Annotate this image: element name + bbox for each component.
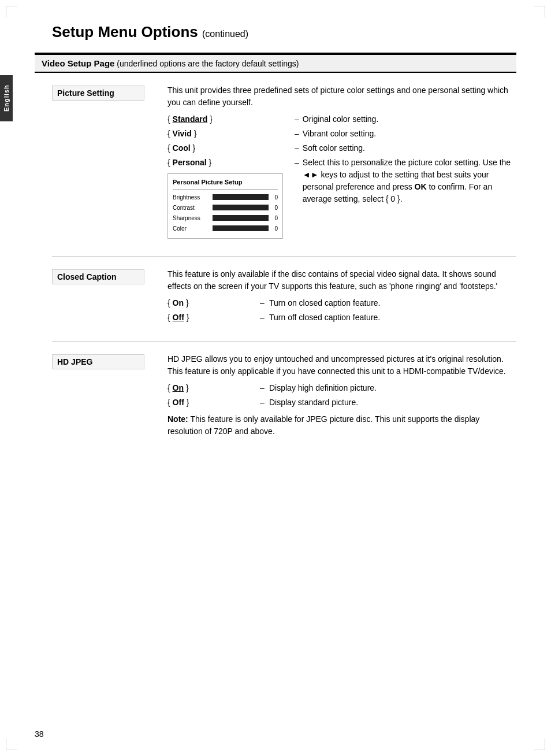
hd-jpeg-desc: HD JPEG allows you to enjoy untouched an…	[167, 353, 516, 377]
picture-option-1: { Vivid }	[167, 128, 283, 140]
picture-opt2-key: Cool	[173, 143, 191, 153]
hd-opt1-value: Display standard picture.	[269, 396, 516, 409]
closed-caption-label-col: Closed Caption	[52, 268, 156, 324]
hd-opt0-dash: –	[260, 382, 269, 394]
picture-opt3-row: – Select this to personalize the picture…	[295, 157, 516, 205]
picture-opt2-value: Soft color setting.	[303, 142, 365, 154]
picture-opt1-key: Vivid	[173, 129, 192, 138]
personal-picture-setup-box: Personal Picture Setup Brightness 0 Cont…	[167, 173, 283, 239]
brightness-label: Brightness	[173, 193, 210, 202]
picture-opt0-key: Standard	[173, 114, 208, 124]
setup-row-brightness: Brightness 0	[173, 193, 278, 202]
picture-opt2-row: – Soft color setting.	[295, 142, 516, 154]
picture-opt2-dash: –	[295, 142, 299, 154]
cc-opt1-key: { Off }	[167, 312, 260, 324]
brightness-value: 0	[271, 193, 278, 202]
hd-jpeg-note: Note: This feature is only available for…	[167, 413, 516, 438]
section-subtitle: (underlined options are the factory defa…	[117, 59, 299, 68]
picture-setting-label-col: Picture Setting	[52, 84, 156, 239]
cc-opt0-dash: –	[260, 297, 269, 309]
picture-opt0-value: Original color setting.	[303, 113, 379, 125]
picture-setting-row: Picture Setting This unit provides three…	[52, 84, 516, 239]
picture-option-3: { Personal }	[167, 157, 283, 169]
content-area: Picture Setting This unit provides three…	[35, 84, 516, 442]
hd-opt1-dash: –	[260, 396, 269, 409]
cc-opt1-value: Turn off closed caption feature.	[269, 312, 516, 324]
picture-opt1-dash: –	[295, 128, 299, 140]
picture-options-left: { Standard } { Vivid } { Cool } { Person…	[167, 113, 283, 239]
hd-opt0-value: Display high definition picture.	[269, 382, 516, 394]
picture-opt0-dash: –	[295, 113, 299, 125]
sidebar-label: English	[0, 75, 13, 121]
picture-options-with-box: { Standard } { Vivid } { Cool } { Person…	[167, 113, 516, 239]
cc-opt0-key: { On }	[167, 297, 260, 309]
sharpness-bar	[213, 215, 269, 221]
picture-opt0-row: – Original color setting.	[295, 113, 516, 125]
personal-picture-setup-title: Personal Picture Setup	[173, 177, 278, 190]
picture-setting-content: This unit provides three predefined sets…	[167, 84, 516, 239]
color-label: Color	[173, 224, 210, 233]
picture-opt3-dash: –	[295, 157, 299, 205]
section-title: Video Setup Page	[42, 58, 114, 68]
page-number: 38	[35, 729, 44, 739]
picture-option-2: { Cool }	[167, 142, 283, 154]
picture-opt1-row: – Vibrant color setting.	[295, 128, 516, 140]
page-title: Setup Menu Options (continued)	[35, 23, 516, 41]
setup-row-color: Color 0	[173, 224, 278, 233]
sharpness-value: 0	[271, 214, 278, 223]
corner-mark-tr	[534, 6, 545, 17]
hd-jpeg-label-col: HD JPEG	[52, 353, 156, 442]
color-value: 0	[271, 224, 278, 233]
closed-caption-label: Closed Caption	[52, 269, 144, 284]
contrast-value: 0	[271, 203, 278, 212]
hd-opt0-key: { On }	[167, 382, 260, 394]
hd-jpeg-label: HD JPEG	[52, 354, 144, 369]
setup-row-contrast: Contrast 0	[173, 203, 278, 212]
cc-opt0-value: Turn on closed caption feature.	[269, 297, 516, 309]
divider-2	[52, 341, 516, 342]
hd-jpeg-row: HD JPEG HD JPEG allows you to enjoy unto…	[52, 353, 516, 442]
title-text: Setup Menu Options	[52, 23, 198, 40]
hd-jpeg-content: HD JPEG allows you to enjoy untouched an…	[167, 353, 516, 442]
cc-opt1-dash: –	[260, 312, 269, 324]
setup-row-sharpness: Sharpness 0	[173, 214, 278, 223]
sharpness-label: Sharpness	[173, 214, 210, 223]
corner-mark-tl	[6, 6, 17, 17]
section-header: Video Setup Page (underlined options are…	[35, 54, 516, 73]
picture-setting-label: Picture Setting	[52, 86, 144, 101]
picture-option-0: { Standard }	[167, 113, 283, 125]
brightness-bar	[213, 194, 269, 200]
closed-caption-row: Closed Caption This feature is only avai…	[52, 268, 516, 324]
page-wrapper: English Setup Menu Options (continued) V…	[0, 0, 551, 756]
closed-caption-content: This feature is only available if the di…	[167, 268, 516, 324]
divider-1	[52, 256, 516, 257]
color-bar	[213, 225, 269, 231]
hd-jpeg-options: { On } – Display high definition picture…	[167, 382, 516, 409]
title-continued: (continued)	[202, 29, 248, 39]
hd-opt1-key: { Off }	[167, 396, 260, 409]
picture-options-right: – Original color setting. – Vibrant colo…	[295, 113, 516, 205]
contrast-label: Contrast	[173, 203, 210, 212]
corner-mark-br	[534, 739, 545, 750]
picture-opt1-value: Vibrant color setting.	[303, 128, 376, 140]
picture-setting-desc: This unit provides three predefined sets…	[167, 84, 516, 109]
corner-mark-bl	[6, 739, 17, 750]
closed-caption-desc: This feature is only available if the di…	[167, 268, 516, 292]
picture-opt3-value: Select this to personalize the picture c…	[303, 157, 516, 205]
closed-caption-options: { On } – Turn on closed caption feature.…	[167, 297, 516, 324]
picture-opt3-key: Personal	[173, 158, 207, 167]
contrast-bar	[213, 205, 269, 210]
